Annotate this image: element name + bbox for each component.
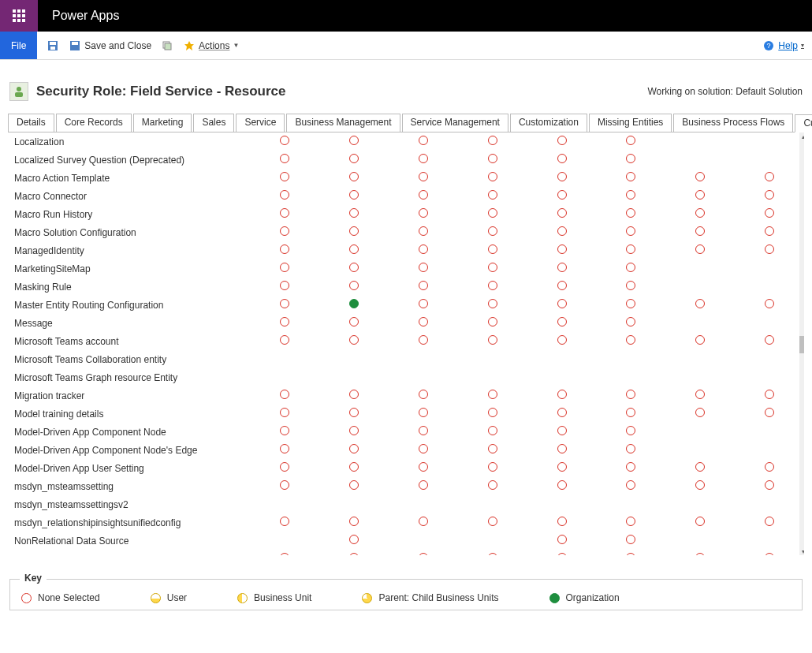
privilege-cell[interactable] xyxy=(319,151,389,169)
privilege-cell[interactable] xyxy=(250,259,319,278)
privilege-cell[interactable] xyxy=(527,405,597,423)
privilege-indicator[interactable] xyxy=(280,190,289,200)
privilege-indicator[interactable] xyxy=(419,553,428,555)
privilege-indicator[interactable] xyxy=(349,535,359,544)
privilege-indicator[interactable] xyxy=(349,317,359,326)
privilege-cell[interactable] xyxy=(458,187,527,205)
privilege-indicator[interactable] xyxy=(557,136,567,145)
privilege-cell[interactable] xyxy=(458,314,527,332)
privilege-cell[interactable] xyxy=(250,550,319,555)
privilege-cell[interactable] xyxy=(665,386,735,405)
tab-service[interactable]: Service xyxy=(236,114,285,132)
privilege-indicator[interactable] xyxy=(280,299,289,308)
privilege-cell[interactable] xyxy=(735,477,804,495)
privilege-indicator[interactable] xyxy=(695,226,705,236)
privilege-indicator[interactable] xyxy=(695,553,705,555)
privilege-cell[interactable] xyxy=(250,477,319,495)
privilege-indicator[interactable] xyxy=(419,462,428,472)
privilege-cell[interactable] xyxy=(458,332,527,350)
privilege-cell[interactable] xyxy=(527,259,597,278)
privilege-indicator[interactable] xyxy=(280,263,289,272)
toolbar-separator-icon[interactable] xyxy=(161,39,173,52)
privilege-indicator[interactable] xyxy=(349,208,359,218)
privilege-cell[interactable] xyxy=(389,205,458,223)
privilege-indicator[interactable] xyxy=(765,244,774,254)
privilege-indicator[interactable] xyxy=(419,480,428,490)
privilege-indicator[interactable] xyxy=(488,426,497,435)
privilege-indicator[interactable] xyxy=(488,317,497,326)
privilege-indicator[interactable] xyxy=(488,172,497,181)
privilege-indicator[interactable] xyxy=(626,426,635,435)
privilege-cell[interactable] xyxy=(458,296,527,314)
help-link[interactable]: ? Help ▾ xyxy=(762,39,804,52)
privilege-cell[interactable] xyxy=(596,314,665,332)
privilege-indicator[interactable] xyxy=(765,462,774,472)
tab-business-process-flows[interactable]: Business Process Flows xyxy=(673,114,793,132)
privilege-indicator[interactable] xyxy=(349,299,359,308)
privilege-indicator[interactable] xyxy=(557,462,567,472)
privilege-indicator[interactable] xyxy=(419,154,428,163)
privilege-cell[interactable] xyxy=(735,169,804,187)
scroll-up-icon[interactable]: ▴ xyxy=(799,132,804,140)
tab-custom-entities[interactable]: Custom Entities xyxy=(795,114,812,132)
privilege-indicator[interactable] xyxy=(626,390,635,399)
privilege-indicator[interactable] xyxy=(695,517,705,526)
privilege-cell[interactable] xyxy=(596,259,665,278)
privilege-indicator[interactable] xyxy=(419,208,428,218)
privilege-cell[interactable] xyxy=(735,405,804,423)
privilege-cell[interactable] xyxy=(389,386,458,405)
privilege-cell[interactable] xyxy=(596,550,665,555)
privilege-cell[interactable] xyxy=(527,386,597,405)
privilege-indicator[interactable] xyxy=(280,172,289,181)
privilege-cell[interactable] xyxy=(319,169,389,187)
privilege-indicator[interactable] xyxy=(488,244,497,254)
privilege-cell[interactable] xyxy=(389,259,458,278)
privilege-indicator[interactable] xyxy=(349,553,359,555)
privilege-cell[interactable] xyxy=(458,441,527,459)
privilege-indicator[interactable] xyxy=(349,517,359,526)
privilege-indicator[interactable] xyxy=(557,281,567,290)
privilege-cell[interactable] xyxy=(596,278,665,296)
privilege-indicator[interactable] xyxy=(626,444,635,453)
privilege-cell[interactable] xyxy=(527,223,597,241)
privilege-cell[interactable] xyxy=(596,513,665,532)
privilege-indicator[interactable] xyxy=(349,390,359,399)
privilege-indicator[interactable] xyxy=(626,462,635,472)
privilege-indicator[interactable] xyxy=(626,136,635,145)
privilege-indicator[interactable] xyxy=(488,154,497,163)
privilege-indicator[interactable] xyxy=(419,172,428,181)
privilege-cell[interactable] xyxy=(665,187,735,205)
privilege-cell[interactable] xyxy=(250,223,319,241)
privilege-cell[interactable] xyxy=(458,205,527,223)
privilege-indicator[interactable] xyxy=(280,517,289,526)
privilege-indicator[interactable] xyxy=(280,281,289,290)
privilege-cell[interactable] xyxy=(389,477,458,495)
privilege-indicator[interactable] xyxy=(349,263,359,272)
privilege-indicator[interactable] xyxy=(626,226,635,236)
privilege-indicator[interactable] xyxy=(765,208,774,218)
file-button[interactable]: File xyxy=(0,32,37,59)
privilege-indicator[interactable] xyxy=(557,426,567,435)
privilege-cell[interactable] xyxy=(596,132,665,151)
privilege-cell[interactable] xyxy=(527,513,597,532)
privilege-indicator[interactable] xyxy=(557,244,567,254)
privilege-indicator[interactable] xyxy=(419,244,428,254)
privilege-cell[interactable] xyxy=(319,187,389,205)
privilege-cell[interactable] xyxy=(527,151,597,169)
privilege-indicator[interactable] xyxy=(488,335,497,345)
privilege-indicator[interactable] xyxy=(626,517,635,526)
privilege-cell[interactable] xyxy=(250,423,319,441)
privilege-cell[interactable] xyxy=(527,423,597,441)
privilege-indicator[interactable] xyxy=(626,208,635,218)
privilege-cell[interactable] xyxy=(596,332,665,350)
tab-customization[interactable]: Customization xyxy=(510,114,587,132)
privilege-indicator[interactable] xyxy=(695,335,705,345)
privilege-cell[interactable] xyxy=(250,151,319,169)
privilege-indicator[interactable] xyxy=(280,553,289,555)
privilege-indicator[interactable] xyxy=(557,408,567,417)
privilege-cell[interactable] xyxy=(735,550,804,555)
privilege-indicator[interactable] xyxy=(765,335,774,345)
tab-missing-entities[interactable]: Missing Entities xyxy=(589,114,672,132)
privilege-cell[interactable] xyxy=(250,132,319,151)
privilege-cell[interactable] xyxy=(458,405,527,423)
